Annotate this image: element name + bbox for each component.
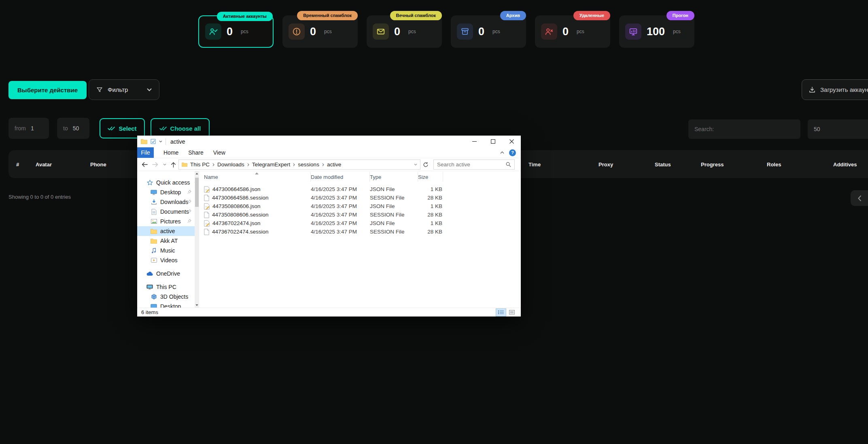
column-proxy: Proxy [598, 161, 613, 167]
range-to-field[interactable]: to 50 [57, 118, 89, 139]
range-from-field[interactable]: from 1 [8, 118, 49, 139]
file-size: 1 KB [418, 186, 443, 192]
folder-icon [150, 229, 157, 234]
stat-badge: Архив [500, 11, 526, 20]
breadcrumb-telegramexpert[interactable]: TelegramExpert [251, 161, 292, 168]
to-label: to [63, 125, 68, 132]
table-summary: Showing 0 to 0 of 0 entries [8, 194, 71, 200]
upload-accounts-button[interactable]: Загрузить аккаунт [802, 79, 868, 100]
stat-card-archive[interactable]: Архив 0 pcs [451, 15, 526, 48]
minimize-button[interactable] [465, 136, 484, 147]
file-size: 1 KB [418, 220, 443, 226]
address-bar: This PC Downloads TelegramExpert session… [137, 158, 521, 171]
sidebar-item-akk-at[interactable]: Akk AT [137, 236, 195, 246]
details-view-icon[interactable] [496, 309, 506, 316]
scroll-up-icon[interactable] [195, 171, 199, 176]
page-size-value: 50 [814, 126, 820, 132]
file-row[interactable]: 447300664586.json 4/16/2025 3:47 PM JSON… [199, 185, 521, 193]
session-file-icon [204, 195, 209, 201]
stat-value: 0 [227, 25, 233, 38]
desktop-icon [150, 190, 157, 195]
prev-page-button[interactable] [851, 190, 868, 206]
file-modified: 4/16/2025 3:47 PM [311, 186, 370, 192]
sidebar-quick-access[interactable]: Quick access [137, 178, 195, 187]
status-bar: 6 items [137, 308, 521, 317]
breadcrumb-downloads[interactable]: Downloads [216, 161, 246, 168]
sidebar-label: Videos [160, 257, 178, 263]
stat-card-perm-spamblock[interactable]: Вечный спамблок 0 pcs [367, 15, 442, 48]
sidebar-label: Documents [160, 208, 189, 215]
collapse-ribbon-icon[interactable] [500, 151, 504, 154]
file-row[interactable]: 447350808606.json 4/16/2025 3:47 PM JSON… [199, 202, 521, 210]
scrollbar[interactable] [195, 171, 199, 308]
menu-view[interactable]: View [213, 149, 225, 156]
sidebar-item-music[interactable]: Music [137, 246, 195, 255]
stat-badge: Прогон [666, 11, 694, 20]
scroll-down-icon[interactable] [195, 303, 199, 308]
cloud-icon [146, 272, 153, 276]
maximize-button[interactable] [484, 136, 502, 147]
quick-access-toolbar-icon[interactable] [151, 139, 156, 144]
breadcrumb-this-pc[interactable]: This PC [189, 161, 211, 168]
json-file-icon [204, 186, 210, 193]
column-size[interactable]: Size [418, 172, 443, 182]
file-type: SESSION File [370, 229, 418, 235]
column-date-modified[interactable]: Date modified [311, 172, 370, 182]
up-icon[interactable] [171, 162, 176, 168]
thumbnails-view-icon[interactable] [507, 309, 517, 316]
downloads-icon [150, 199, 157, 205]
sidebar-item-pictures[interactable]: Pictures [137, 217, 195, 226]
search-input[interactable] [688, 119, 800, 139]
choose-action-button[interactable]: Выберите действие [8, 81, 87, 99]
file-row[interactable]: 447367022474.json 4/16/2025 3:47 PM JSON… [199, 219, 521, 227]
menu-file[interactable]: File [137, 147, 154, 158]
breadcrumb-active[interactable]: active [326, 161, 342, 168]
sidebar-onedrive[interactable]: OneDrive [137, 269, 195, 278]
back-icon[interactable] [141, 162, 148, 167]
sidebar-item-desktop[interactable]: Desktop [137, 187, 195, 197]
stat-value: 0 [394, 25, 400, 38]
address-box[interactable]: This PC Downloads TelegramExpert session… [178, 159, 420, 170]
upload-label: Загрузить аккаунт [820, 86, 868, 93]
sidebar-item-documents[interactable]: Documents [137, 207, 195, 217]
explorer-search-box[interactable]: Search active [433, 159, 515, 170]
file-row[interactable]: 447367022474.session 4/16/2025 3:47 PM S… [199, 227, 521, 236]
stat-card-progon[interactable]: Прогон 100 pcs [619, 15, 694, 48]
stat-card-temp-spamblock[interactable]: Временный спамблок 0 pcs [282, 15, 358, 48]
sidebar-item-downloads[interactable]: Downloads [137, 197, 195, 207]
sidebar-item-3d-objects[interactable]: 3D Objects [137, 292, 195, 302]
address-dropdown-icon[interactable] [414, 164, 417, 166]
double-check-icon [159, 125, 167, 131]
recent-locations-icon[interactable] [163, 164, 166, 166]
close-button[interactable] [502, 136, 521, 147]
file-row[interactable]: 447350808606.session 4/16/2025 3:47 PM S… [199, 210, 521, 219]
file-explorer-window: active File Home Share View [137, 136, 521, 317]
window-title-bar[interactable]: active [137, 136, 521, 147]
select-label: Select [119, 125, 136, 132]
menu-home[interactable]: Home [163, 149, 178, 156]
chevron-down-icon[interactable] [159, 140, 162, 142]
window-title: active [170, 138, 185, 145]
stat-card-deleted[interactable]: Удаленные 0 pcs [535, 15, 610, 48]
sidebar-item-active[interactable]: active [137, 226, 195, 236]
scrollbar-thumb[interactable] [195, 178, 199, 207]
column-type[interactable]: Type [370, 172, 418, 182]
app-root: Активные аккаунты 0 pcs Временный спамбл… [0, 0, 868, 444]
filter-button[interactable]: Фильтр [89, 79, 159, 100]
sidebar-item-videos[interactable]: Videos [137, 255, 195, 265]
forward-icon[interactable] [152, 162, 159, 167]
json-file-icon [204, 220, 210, 227]
pin-icon [187, 209, 191, 213]
breadcrumb-sessions[interactable]: sessions [297, 161, 320, 168]
file-row[interactable]: 447300664586.session 4/16/2025 3:47 PM S… [199, 193, 521, 202]
refresh-icon[interactable] [420, 159, 431, 170]
sidebar-this-pc[interactable]: This PC [137, 282, 195, 292]
stat-card-active-accounts[interactable]: Активные аккаунты 0 pcs [198, 15, 274, 48]
sidebar-item-desktop-pc[interactable]: Desktop [137, 302, 195, 308]
page-size-select[interactable]: 50 [808, 119, 868, 139]
menu-share[interactable]: Share [188, 149, 203, 156]
file-modified: 4/16/2025 3:47 PM [311, 203, 370, 209]
help-icon[interactable]: ? [509, 149, 516, 156]
column-progress: Progress [701, 161, 724, 167]
file-type: SESSION File [370, 212, 418, 218]
